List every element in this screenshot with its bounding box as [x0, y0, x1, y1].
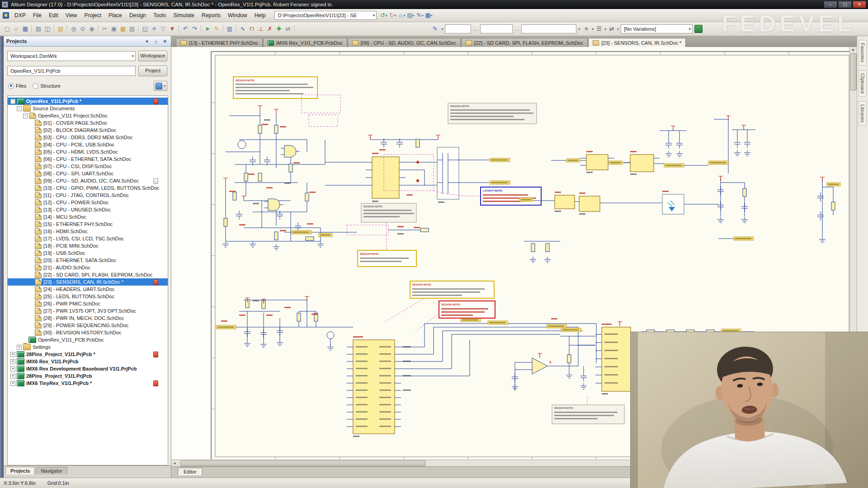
tree-item[interactable]: OpenRex_V1I1_PCB.PcbDoc	[8, 336, 168, 343]
panel-tab-favorites[interactable]: Favorites	[859, 40, 867, 66]
tree-item[interactable]: [25] - LEDS, BUTTONS.SchDoc	[8, 293, 168, 300]
zoom-selection-button[interactable]: ◉	[87, 24, 96, 33]
tree-item[interactable]: [30] - REVISION HISTORY.SchDoc	[8, 329, 168, 336]
menu-tools[interactable]: Tools	[150, 11, 170, 20]
open-project-button[interactable]: ▧	[56, 24, 65, 33]
zoom-window-button[interactable]: ◎	[69, 24, 78, 33]
document-path-combo[interactable]: D:\Projects\OpenRex\V1I1\[23] - SE ▾	[274, 11, 377, 20]
tree-item[interactable]: [16] - HDMI.SchDoc	[8, 228, 168, 235]
tab-projects[interactable]: Projects	[5, 467, 35, 474]
expand-icon[interactable]: +	[17, 345, 22, 350]
pin-icon[interactable]: ┬	[153, 39, 159, 44]
panel-options-button[interactable]: ▾	[154, 81, 167, 91]
tree-item[interactable]: [22] - SD CARD, SPI, FLASH, EEPROM,.SchD…	[8, 271, 168, 278]
maximize-button[interactable]: ▢	[838, 1, 852, 8]
files-radio[interactable]: Files	[8, 83, 26, 89]
print-preview-button[interactable]: ◫	[43, 24, 52, 33]
find-combo-1[interactable]	[445, 24, 471, 33]
workspace-button[interactable]: Workspace	[138, 51, 167, 61]
tree-item[interactable]: [13] - CPU - UNUSED.SchDoc	[8, 206, 168, 213]
tree-item[interactable]: +28Pins_Project_V1I1.PrjPcb	[8, 372, 168, 380]
variations-combo[interactable]: [No Variations] ▾	[621, 24, 693, 33]
menu-view[interactable]: View	[62, 11, 81, 20]
menu-simulate[interactable]: Simulate	[170, 11, 198, 20]
tree-item[interactable]: [19] - USB.SchDoc	[8, 249, 168, 257]
find-combo-2[interactable]	[480, 24, 513, 33]
panel-menu-icon[interactable]: ▾	[144, 39, 150, 44]
collapse-icon[interactable]: −	[17, 106, 22, 111]
redo-button[interactable]: ↷	[190, 24, 199, 33]
deselect-button[interactable]: ▽	[159, 24, 168, 33]
align-tool-0-icon[interactable]: ≡	[582, 24, 591, 33]
tree-item[interactable]: [01] - COVER PAGE.SchDoc	[8, 119, 168, 127]
document-tab[interactable]: [09] - CPU - SD, AUDIO, I2C, CAN.SchDoc	[348, 38, 461, 47]
structure-radio[interactable]: Structure	[33, 83, 61, 89]
open-button[interactable]: ▱	[12, 24, 21, 33]
tree-item[interactable]: [20] - ETHERNET, SATA.SchDoc	[8, 257, 168, 264]
tree-item[interactable]: +iMX6 TinyRex_V1I1.PrjPcb *	[8, 380, 168, 387]
expand-icon[interactable]: +	[10, 374, 15, 379]
tree-item[interactable]: [07] - CPU - CSI, DISP.SchDoc	[8, 163, 168, 170]
scroll-up-icon[interactable]: ▲	[850, 47, 856, 52]
tree-item[interactable]: [14] - MCU.SchDoc	[8, 213, 168, 221]
save-button[interactable]: ▦	[21, 24, 30, 33]
tree-item[interactable]: [23] - SENSORS, CAN, IR.SchDoc *	[8, 278, 168, 286]
tab-editor[interactable]: Editor	[178, 468, 203, 475]
filter-button[interactable]: ▼	[168, 24, 177, 33]
tree-item[interactable]: −OpenRex_V1I1 Project.SchDoc	[8, 112, 168, 119]
tree-item[interactable]: [02] - BLOCK DIAGRAM.SchDoc	[8, 127, 168, 134]
menu-dxp[interactable]: DXP	[11, 11, 29, 20]
tree-item[interactable]: +iMX6 Rex Development Baseboard V1I1.Prj…	[8, 365, 168, 372]
find-combo-3[interactable]	[521, 24, 576, 33]
ellipsis-button-1[interactable]: ...	[473, 27, 478, 32]
align-tool-1-icon[interactable]: ☰	[594, 24, 604, 33]
tree-item[interactable]: [29] - POWER SEQUENCING.SchDoc	[8, 322, 168, 329]
smart-paste-button[interactable]: ▨	[127, 24, 137, 33]
copy-button[interactable]: ▣	[109, 24, 118, 33]
align-tool-2-icon[interactable]: ⇄	[607, 24, 616, 33]
scroll-left-icon[interactable]: ◂	[171, 461, 178, 465]
navigate-compile-button[interactable]: ⇄	[283, 24, 292, 33]
select-area-button[interactable]: ◱	[141, 24, 150, 33]
tree-item[interactable]: [04] - CPU - PCIE, USB.SchDoc	[8, 141, 168, 148]
place-part-button[interactable]: ⊓	[247, 24, 256, 33]
tree-item[interactable]: [09] - CPU - SD, AUDIO, I2C, CAN.SchDoc	[8, 177, 168, 184]
move-selection-button[interactable]: ✛	[150, 24, 159, 33]
tree-item[interactable]: −OpenRex_V1I1.PrjPcb *	[8, 98, 168, 105]
undo-button[interactable]: ↶	[181, 24, 190, 33]
tree-item[interactable]: [26] - PWR PMIC.SchDoc	[8, 300, 168, 307]
menu-project[interactable]: Project	[81, 11, 105, 20]
vertical-scroll-thumb[interactable]	[850, 53, 857, 90]
tree-item[interactable]: [03] - CPU - DDR3, DDR3 MEM.SchDoc	[8, 134, 168, 141]
document-tab[interactable]: [13] - ETHERNET PHY.SchDoc	[176, 38, 263, 47]
tree-item[interactable]: [28] - PWR IN, MECH, DOC.SchDoc	[8, 314, 168, 322]
document-tab[interactable]: [22] - SD CARD, SPI, FLASH, EEPROM,.SchD…	[461, 38, 588, 47]
tree-item[interactable]: +iMX6 Rex_V1I1.PrjPcb	[8, 358, 168, 365]
menu-file[interactable]: File	[29, 11, 45, 20]
horizontal-scroll-thumb[interactable]	[180, 460, 425, 466]
collapse-icon[interactable]: −	[23, 113, 28, 118]
highlight-pen-button[interactable]: ✎	[212, 24, 221, 33]
tree-item[interactable]: [24] - HEADERS, UART.SchDoc	[8, 286, 168, 293]
cross-probe-button[interactable]: ✚	[274, 24, 283, 33]
menu-design[interactable]: Design	[126, 11, 150, 20]
power-port-button[interactable]: ⊥	[256, 24, 265, 33]
menu-reports[interactable]: Reports	[198, 11, 224, 20]
expand-icon[interactable]: +	[10, 352, 15, 357]
cross-select-button[interactable]: ➤	[203, 24, 212, 33]
new-document-button[interactable]: ▢	[3, 24, 12, 33]
panel-tab-libraries[interactable]: Libraries	[859, 101, 867, 126]
expand-icon[interactable]: +	[10, 359, 15, 364]
print-button[interactable]: ▤	[34, 24, 43, 33]
project-field[interactable]: OpenRex_V1I1.PrjPcb	[7, 66, 136, 76]
tree-item[interactable]: [12] - CPU - POWER.SchDoc	[8, 199, 168, 206]
tree-item[interactable]: [15] - ETHERNET PHY.SchDoc	[8, 221, 168, 228]
collapse-icon[interactable]: −	[10, 99, 15, 104]
tree-item[interactable]: [10] - CPU - GPIO, PWM, LEDS, BUTTONS.Sc…	[8, 184, 168, 192]
project-button[interactable]: Project	[138, 66, 167, 76]
tree-item[interactable]: [18] - PCIE MINI.SchDoc	[8, 242, 168, 249]
tree-item[interactable]: −Source Documents	[8, 105, 168, 112]
variant-grid-icon[interactable]	[694, 25, 703, 33]
paste-button[interactable]: ▩	[118, 24, 127, 33]
menu-window[interactable]: Window	[224, 11, 251, 20]
